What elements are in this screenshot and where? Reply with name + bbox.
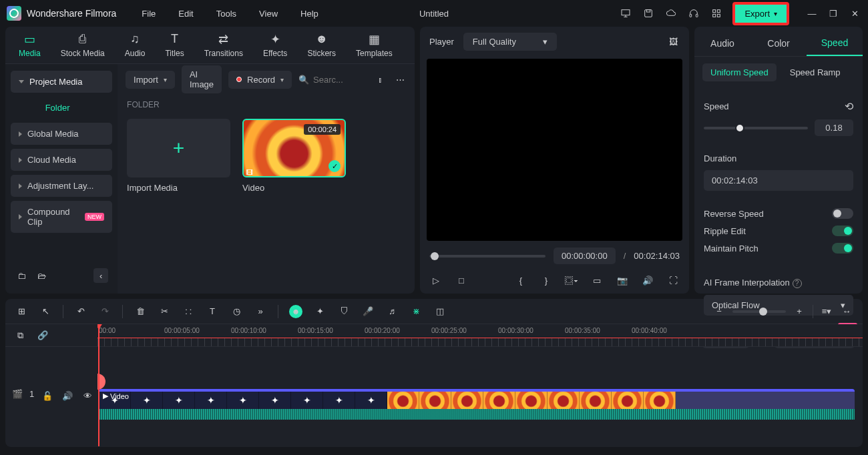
zoom-out-icon[interactable]: − [712,305,726,318]
import-media-tile[interactable]: + [127,119,230,177]
menu-file[interactable]: File [136,6,161,21]
shield-icon[interactable]: ⛉ [337,305,351,318]
timeline-settings-icon[interactable]: ↔ [840,305,853,318]
sparkle-icon[interactable]: ✦ [313,305,327,318]
scrubber-handle[interactable] [431,252,439,260]
tab-templates[interactable]: ▦Templates [349,29,399,62]
sidebar-adjustment-layer[interactable]: Adjustment Lay... [11,175,112,197]
search-input[interactable]: 🔍 [298,75,367,85]
collapse-sidebar-icon[interactable]: ‹ [93,268,108,283]
speed-icon[interactable]: ◷ [230,305,243,318]
volume-icon[interactable]: 🔊 [641,274,654,287]
video-thumbnail[interactable]: 00:00:24 🎞 ✓ [242,119,346,177]
pointer-icon[interactable]: ↖ [39,305,52,318]
ai-image-button[interactable]: AI Image [182,65,222,93]
timeline-tracks[interactable]: 00:00 00:00:05:00 00:00:10:00 00:00:15:0… [97,324,863,447]
crop-zoom-icon[interactable]: ⿴▾ [565,274,578,287]
export-button[interactable]: Export ▾ [732,2,789,25]
undo-icon[interactable]: ↶ [74,305,87,318]
snapshot-icon[interactable]: 🖼 [666,35,680,48]
fullscreen-icon[interactable]: ⛶ [666,274,680,287]
reset-speed-icon[interactable]: ⟲ [845,100,853,113]
lock-icon[interactable]: 🔓 [41,389,54,402]
menu-view[interactable]: View [254,6,283,21]
tab-effects[interactable]: ✦Effects [256,29,294,62]
redo-icon[interactable]: ↷ [98,305,112,318]
tab-color-props[interactable]: Color [750,31,807,55]
smiley-icon[interactable]: ☻ [289,305,302,318]
subtab-uniform-speed[interactable]: Uniform Speed [702,63,777,81]
preview-scrubber[interactable] [429,255,546,258]
folder-remove-icon[interactable]: 🗁 [35,269,48,282]
zoom-in-icon[interactable]: + [793,305,806,318]
link-icon[interactable]: 🔗 [36,329,49,342]
caption-icon[interactable]: ◫ [433,305,447,318]
headphones-icon[interactable] [687,7,700,20]
sidebar-compound-clip[interactable]: Compound ClipNEW [11,201,112,233]
new-folder-icon[interactable]: 🗀 [15,269,28,282]
zoom-handle[interactable] [759,308,767,316]
minimize-icon[interactable]: — [805,7,819,20]
more-icon[interactable]: ⋯ [393,73,407,86]
speed-handle[interactable] [735,123,744,133]
tab-media[interactable]: ▭Media [12,29,47,62]
sidebar-folder[interactable]: Folder [11,97,112,119]
filter-icon[interactable]: ⫾ [373,73,387,86]
visibility-icon[interactable]: 👁 [81,389,94,402]
sequence-icon[interactable]: ⧉ [13,329,27,342]
speed-slider[interactable] [704,127,808,129]
tab-audio-props[interactable]: Audio [694,31,750,55]
save-icon[interactable] [642,7,655,20]
speed-value[interactable]: 0.18 [815,119,853,136]
zoom-slider[interactable] [732,310,786,313]
display-icon[interactable]: ▭ [590,274,604,287]
play-icon[interactable]: ▷ [429,274,443,287]
mark-in-icon[interactable]: { [514,274,527,287]
timeline-clip[interactable]: ▶ Video [99,389,855,422]
record-dropdown[interactable]: Record▾ [228,71,292,89]
split-icon[interactable]: ✂ [158,305,171,318]
text-icon[interactable]: T [206,305,219,318]
ripple-edit-toggle[interactable] [832,225,853,236]
music-icon[interactable]: ♬ [385,305,399,318]
delete-icon[interactable]: 🗑 [134,305,147,318]
info-icon[interactable]: ? [793,279,802,288]
camera-icon[interactable]: 📷 [616,274,629,287]
tab-audio[interactable]: ♫Audio [118,29,152,62]
mark-out-icon[interactable]: } [539,274,553,287]
menu-help[interactable]: Help [295,6,324,21]
import-dropdown[interactable]: Import▾ [126,71,175,89]
more-tools-icon[interactable]: » [254,305,267,318]
sidebar-project-media[interactable]: Project Media [11,71,112,93]
tab-titles[interactable]: TTitles [158,29,190,62]
tab-transitions[interactable]: ⇄Transitions [198,29,250,62]
tab-stickers[interactable]: ☻Stickers [300,29,343,62]
monitor-icon[interactable] [619,7,632,20]
tab-stock-media[interactable]: ⎙Stock Media [54,29,112,62]
crop-icon[interactable]: ⸬ [182,305,195,318]
mute-icon[interactable]: 🔊 [61,389,74,402]
quality-dropdown[interactable]: Full Quality▾ [463,33,557,51]
close-icon[interactable]: ✕ [848,7,861,20]
sidebar-global-media[interactable]: Global Media [11,123,112,145]
sidebar-cloud-media[interactable]: Cloud Media [11,149,112,171]
stop-icon[interactable]: □ [455,274,468,287]
maintain-pitch-toggle[interactable] [832,243,853,254]
maximize-icon[interactable]: ❐ [827,7,840,20]
tab-speed-props[interactable]: Speed [807,31,863,56]
menu-edit[interactable]: Edit [173,6,198,21]
preview-canvas[interactable] [427,59,682,241]
video-track-icon[interactable]: 🎬 [12,389,23,402]
playhead[interactable] [98,324,99,446]
apps-icon[interactable] [710,7,723,20]
cloud-icon[interactable] [664,7,678,20]
track-size-icon[interactable]: ≡▾ [820,305,833,318]
duration-input[interactable]: 00:02:14:03 [704,170,853,191]
reverse-speed-toggle[interactable] [832,208,853,219]
mic-icon[interactable]: 🎤 [361,305,375,318]
enhance-icon[interactable]: ⋇ [409,305,423,318]
timeline-ruler[interactable]: 00:00 00:00:05:00 00:00:10:00 00:00:15:0… [97,324,863,347]
grid-icon[interactable]: ⊞ [15,305,28,318]
menu-tools[interactable]: Tools [211,6,242,21]
subtab-speed-ramp[interactable]: Speed Ramp [782,63,849,81]
